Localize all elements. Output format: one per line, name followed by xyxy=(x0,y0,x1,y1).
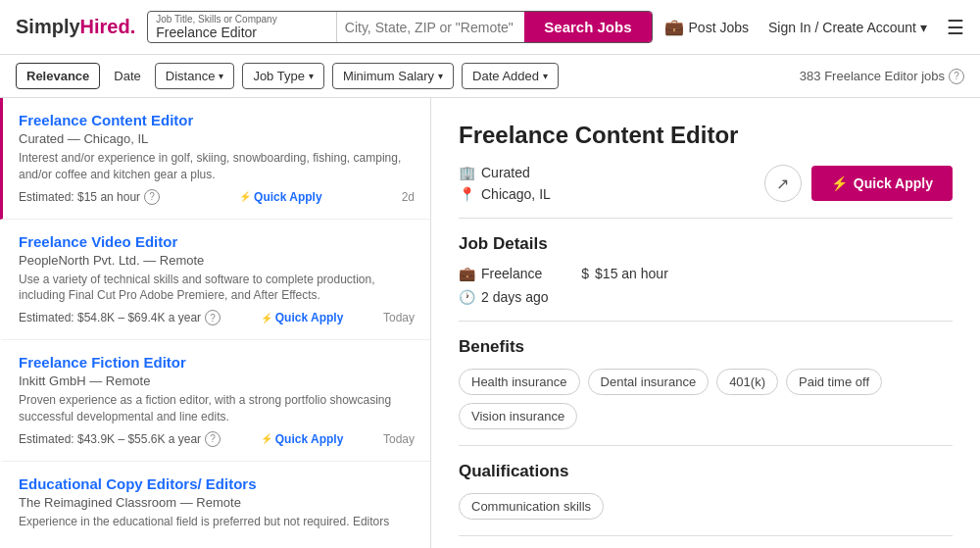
search-button[interactable]: Search Jobs xyxy=(524,12,651,42)
benefit-tag: Health insurance xyxy=(459,369,580,395)
post-jobs-link[interactable]: 💼 Post Jobs xyxy=(664,18,749,36)
job-list: Freelance Content Editor Curated — Chica… xyxy=(0,98,431,548)
job-desc: Interest and/or experience in golf, skii… xyxy=(19,150,415,183)
info-icon[interactable]: ? xyxy=(144,189,160,205)
briefcase-icon: 💼 xyxy=(664,18,684,36)
building-icon: 🏢 xyxy=(459,165,475,180)
benefit-tag: Vision insurance xyxy=(459,403,577,429)
min-salary-filter[interactable]: Minimum Salary ▾ xyxy=(332,63,454,89)
divider xyxy=(459,535,953,536)
qualifications-heading: Qualifications xyxy=(459,462,953,481)
logo-simply: Simply xyxy=(16,16,80,38)
job-date: Today xyxy=(383,311,415,324)
job-list-item[interactable]: Freelance Content Editor Curated — Chica… xyxy=(0,98,430,220)
job-desc: Proven experience as a fiction editor, w… xyxy=(19,392,415,425)
distance-filter[interactable]: Distance ▾ xyxy=(155,63,235,89)
quick-apply-link[interactable]: Quick Apply xyxy=(239,190,322,204)
divider xyxy=(459,321,953,322)
search-label: Job Title, Skills or Company xyxy=(156,14,328,25)
header: SimplyHired. Job Title, Skills or Compan… xyxy=(0,0,980,55)
relevance-filter[interactable]: Relevance xyxy=(16,63,100,89)
job-title: Educational Copy Editors/ Editors xyxy=(19,475,415,492)
logo-dot: . xyxy=(130,16,136,38)
job-details-grid: 💼 Freelance $ $15 an hour xyxy=(459,266,953,281)
benefit-tag: 401(k) xyxy=(716,369,778,395)
benefits-section: Benefits Health insuranceDental insuranc… xyxy=(459,337,953,429)
job-footer: Estimated: $15 an hour ? Quick Apply 2d xyxy=(19,189,415,205)
job-detail: Freelance Content Editor 🏢 Curated 📍 Chi… xyxy=(431,98,980,548)
chevron-down-icon: ▾ xyxy=(438,71,443,81)
chevron-down-icon: ▾ xyxy=(219,71,223,81)
job-company: Curated — Chicago, IL xyxy=(19,131,415,146)
job-list-item[interactable]: Educational Copy Editors/ Editors The Re… xyxy=(0,462,430,548)
benefits-list: Health insuranceDental insurance401(k)Pa… xyxy=(459,369,953,429)
job-type-filter[interactable]: Job Type ▾ xyxy=(242,63,324,89)
benefit-tag: Paid time off xyxy=(786,369,882,395)
chevron-down-icon: ▾ xyxy=(543,71,548,81)
benefits-heading: Benefits xyxy=(459,337,953,357)
info-icon[interactable]: ? xyxy=(949,69,964,84)
chevron-down-icon: ▾ xyxy=(309,71,314,81)
job-footer: Estimated: $43.9K – $55.6K a year ? Quic… xyxy=(19,431,415,447)
qualifications-list: Communication skills xyxy=(459,493,953,520)
sign-in-label: Sign In / Create Account xyxy=(768,20,916,35)
quick-apply-link[interactable]: Quick Apply xyxy=(261,311,344,324)
hamburger-menu-icon[interactable]: ☰ xyxy=(947,16,964,39)
job-desc: Use a variety of technical skills and so… xyxy=(19,272,415,305)
search-group: Job Title, Skills or Company Search Jobs xyxy=(147,11,652,43)
job-details-heading: Job Details xyxy=(459,234,953,254)
detail-company: 🏢 Curated 📍 Chicago, IL xyxy=(459,165,551,202)
detail-title: Freelance Content Editor xyxy=(459,122,953,149)
briefcase-icon: 💼 xyxy=(459,266,475,281)
dollar-icon: $ xyxy=(581,266,589,281)
date-filter[interactable]: Date xyxy=(108,64,146,88)
job-list-item[interactable]: Freelance Video Editor PeopleNorth Pvt. … xyxy=(0,220,430,341)
job-desc: Experience in the educational field is p… xyxy=(19,514,415,530)
share-button[interactable]: ↗ xyxy=(764,165,802,202)
job-list-item[interactable]: Freelance Fiction Editor Inkitt GmbH — R… xyxy=(0,340,430,462)
chevron-down-icon: ▾ xyxy=(920,20,927,35)
post-jobs-label: Post Jobs xyxy=(689,20,749,35)
job-salary: Estimated: $43.9K – $55.6K a year ? xyxy=(19,431,220,447)
sign-in-link[interactable]: Sign In / Create Account ▾ xyxy=(768,20,927,35)
lightning-icon: ⚡ xyxy=(831,175,848,191)
quick-apply-button[interactable]: ⚡ Quick Apply xyxy=(811,166,953,201)
job-title: Freelance Content Editor xyxy=(19,112,415,128)
detail-actions: ↗ ⚡ Quick Apply xyxy=(764,165,953,202)
detail-company-name: 🏢 Curated xyxy=(459,165,551,180)
job-company: PeopleNorth Pvt. Ltd. — Remote xyxy=(19,253,415,268)
logo-hired: Hired xyxy=(80,16,130,38)
job-date: Today xyxy=(383,432,415,446)
qualifications-section: Qualifications Communication skills xyxy=(459,462,953,520)
quick-apply-link[interactable]: Quick Apply xyxy=(261,432,344,446)
job-title: Freelance Video Editor xyxy=(19,233,415,250)
job-salary: Estimated: $15 an hour ? xyxy=(19,189,160,205)
location-field xyxy=(337,12,525,42)
filter-bar: Relevance Date Distance ▾ Job Type ▾ Min… xyxy=(0,55,980,98)
job-company: Inkitt GmbH — Remote xyxy=(19,374,415,388)
detail-location: 📍 Chicago, IL xyxy=(459,186,551,202)
info-icon[interactable]: ? xyxy=(205,431,220,447)
detail-company-row: 🏢 Curated 📍 Chicago, IL ↗ ⚡ Quick Apply xyxy=(459,165,953,202)
logo: SimplyHired. xyxy=(16,16,135,38)
job-details-section: Job Details 💼 Freelance $ $15 an hour 🕐 … xyxy=(459,234,953,305)
qualification-tag: Communication skills xyxy=(459,493,604,520)
location-input[interactable] xyxy=(345,20,517,35)
job-company: The Reimagined Classroom — Remote xyxy=(19,495,415,510)
date-added-filter[interactable]: Date Added ▾ xyxy=(462,63,559,89)
header-actions: 💼 Post Jobs Sign In / Create Account ▾ ☰ xyxy=(664,16,964,39)
benefit-tag: Dental insurance xyxy=(588,369,710,395)
job-count: 383 Freelance Editor jobs ? xyxy=(800,69,964,84)
job-date: 2d xyxy=(402,190,415,204)
main-content: Freelance Content Editor Curated — Chica… xyxy=(0,98,980,548)
location-pin-icon: 📍 xyxy=(459,186,475,202)
time-ago-item: 🕐 2 days ago xyxy=(459,289,953,305)
job-search-field: Job Title, Skills or Company xyxy=(148,12,337,42)
clock-icon: 🕐 xyxy=(459,289,475,305)
search-input[interactable] xyxy=(156,25,328,40)
divider xyxy=(459,445,953,446)
job-footer: Estimated: $54.8K – $69.4K a year ? Quic… xyxy=(19,310,415,325)
info-icon[interactable]: ? xyxy=(205,310,220,325)
job-type-item: 💼 Freelance xyxy=(459,266,542,281)
job-title: Freelance Fiction Editor xyxy=(19,354,415,371)
